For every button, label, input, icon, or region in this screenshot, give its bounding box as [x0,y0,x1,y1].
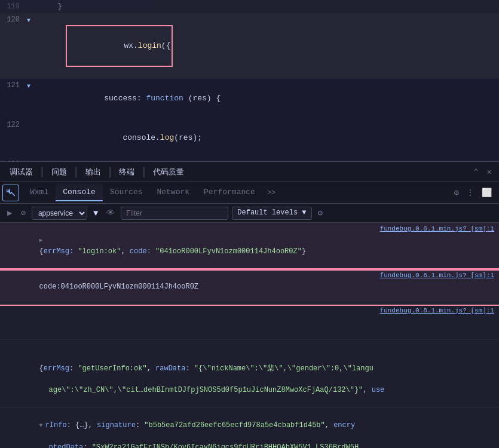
line-arrow [27,158,36,159]
devtools-header-output: 输出 [81,167,106,177]
tab-network[interactable]: Network [149,184,197,201]
levels-button[interactable]: Default levels ▼ [232,207,311,220]
settings-icon[interactable]: ⚙ [452,186,461,199]
code-editor: 119 } 120 ▼ wx.login({ 121 ▼ success: fu… [0,0,499,161]
console-output: ▶ {errMsg: "login:ok", code: "041ooR000L… [0,223,499,448]
console-entry-login[interactable]: ▶ {errMsg: "login:ok", code: "041ooR000L… [0,223,499,269]
entry-content-rinfo: ▼rInfo: {…}, signature: "b5b5ea72afd26ee… [5,409,494,448]
devtools-panel: 调试器 | 问题 | 输出 | 终端 | 代码质量 ⌃ ✕ Wxml Conso… [0,161,499,448]
line-number: 121 [0,79,27,92]
line-arrow [27,0,36,1]
console-entry-getuserinfo[interactable]: ▶ {errMsg: "getUserInfo:ok", rawData: "{… [0,340,499,408]
stop-icon[interactable]: ⊘ [18,207,27,219]
line-arrow: ▼ [27,13,36,27]
line-code: success: function (res) { [36,79,499,118]
inspect-icon[interactable] [2,185,19,201]
tab-sources[interactable]: Sources [103,184,150,201]
entry-content-login: ▶ {errMsg: "login:ok", code: "041ooR000L… [5,224,375,268]
line-arrow [27,118,36,119]
tab-performance[interactable]: Performance [197,184,262,201]
code-line-119: 119 } [0,0,499,13]
line-code: } [36,0,499,13]
devtools-divider4: | [140,166,147,178]
eye-icon[interactable]: 👁 [104,207,117,219]
code-line-122: 122 console.log(res); [0,118,499,158]
console-entry-separator: fundebug.0.6.1.min.js? [sm]:1 [0,305,499,340]
entry-source-sep[interactable]: fundebug.0.6.1.min.js? [sm]:1 [375,307,494,314]
devtools-divider: | [39,166,45,178]
entry-content-getuserinfo: ▶ {errMsg: "getUserInfo:ok", rawData: "{… [5,341,494,406]
console-entry-rinfo[interactable]: ▼rInfo: {…}, signature: "b5b5ea72afd26ee… [0,408,499,448]
line-code: wx.login({ [36,13,499,79]
console-toolbar: ▶ ⊘ appservice ▼ 👁 Default levels ▼ ⚙ [0,204,499,223]
line-number: 123 [0,158,27,161]
line-number: 120 [0,13,27,26]
code-line-120: 120 ▼ wx.login({ [0,13,499,79]
entry-content-separator [5,306,375,338]
dropdown-icon[interactable]: ▼ [91,207,100,219]
entry-source-code[interactable]: fundebug.0.6.1.min.js? [sm]:1 [375,272,494,279]
devtools-header-terminal: 终端 [114,167,139,177]
devtools-header-quality: 代码质量 [148,167,189,177]
code-line-123: 123 console.log("code:"+res.code); [0,158,499,161]
entry-content-code: code:041ooR000LFyvN1ozm000114Jh4ooR0Z [5,271,375,303]
devtools-header: 调试器 | 问题 | 输出 | 终端 | 代码质量 ⌃ ✕ [0,162,499,182]
code-line-121: 121 ▼ success: function (res) { [0,79,499,118]
filter-input[interactable] [121,207,228,220]
line-code: console.log(res); [36,118,499,158]
line-number: 119 [0,0,27,13]
tabs-bar: Wxml Console Sources Network Performance… [0,182,499,204]
tabs-right: ⚙ ⋮ ⬜ [452,186,499,199]
line-number: 122 [0,118,27,131]
devtools-divider2: | [73,166,79,178]
tab-wxml[interactable]: Wxml [23,184,56,201]
devtools-header-right: ⌃ ✕ [471,165,494,178]
expand-icon[interactable]: ▶ [39,237,43,244]
close-icon[interactable]: ✕ [485,165,494,178]
line-arrow: ▼ [27,79,36,93]
collapse-icon[interactable]: ▼ [39,422,43,429]
context-select[interactable]: appservice [32,207,87,220]
devtools-title-main: 调试器 [5,167,38,177]
dock-icon[interactable]: ⬜ [479,186,494,199]
devtools-header-issues: 问题 [47,167,72,177]
line-code: console.log("code:"+res.code); [36,158,499,161]
play-icon[interactable]: ▶ [5,207,14,219]
tab-console[interactable]: Console [56,184,103,201]
more-icon[interactable]: ⋮ [464,186,477,199]
devtools-divider3: | [107,166,114,178]
console-entry-code[interactable]: code:041ooR000LFyvN1ozm000114Jh4ooR0Z fu… [0,269,499,305]
settings-icon2[interactable]: ⚙ [316,207,325,219]
tab-more[interactable]: >> [262,186,280,200]
minimize-icon[interactable]: ⌃ [471,165,480,178]
entry-source-login[interactable]: fundebug.0.6.1.min.js? [sm]:1 [375,225,494,232]
